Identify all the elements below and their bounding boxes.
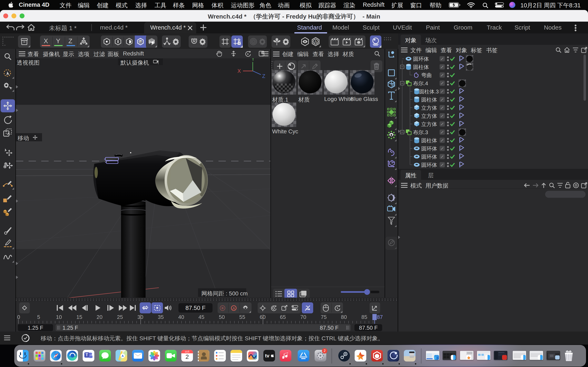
svg-text:Y: Y xyxy=(251,58,255,62)
svg-text:立方体: 立方体 xyxy=(421,105,437,111)
svg-text:A: A xyxy=(314,39,317,44)
svg-text:Z: Z xyxy=(262,73,265,79)
svg-text:圆柱体: 圆柱体 xyxy=(413,64,429,70)
svg-text:圆环体: 圆环体 xyxy=(421,146,437,152)
svg-text:圆环体: 圆环体 xyxy=(421,162,437,168)
svg-text:布尔.3: 布尔.3 xyxy=(413,129,428,135)
svg-text:圆环体: 圆环体 xyxy=(421,154,437,160)
svg-text:布尔.4: 布尔.4 xyxy=(413,80,428,86)
svg-text:圆柱体.3: 圆柱体.3 xyxy=(419,89,439,94)
svg-text:立方体: 立方体 xyxy=(421,121,437,127)
svg-text:圆柱体: 圆柱体 xyxy=(421,137,437,143)
svg-text:圆柱体: 圆柱体 xyxy=(421,97,437,103)
svg-text:A: A xyxy=(233,306,235,310)
svg-text:X: X xyxy=(237,68,241,74)
svg-text:圆环体: 圆环体 xyxy=(413,56,429,62)
svg-text:弯曲: 弯曲 xyxy=(421,72,432,78)
svg-text:立方体: 立方体 xyxy=(421,113,437,119)
